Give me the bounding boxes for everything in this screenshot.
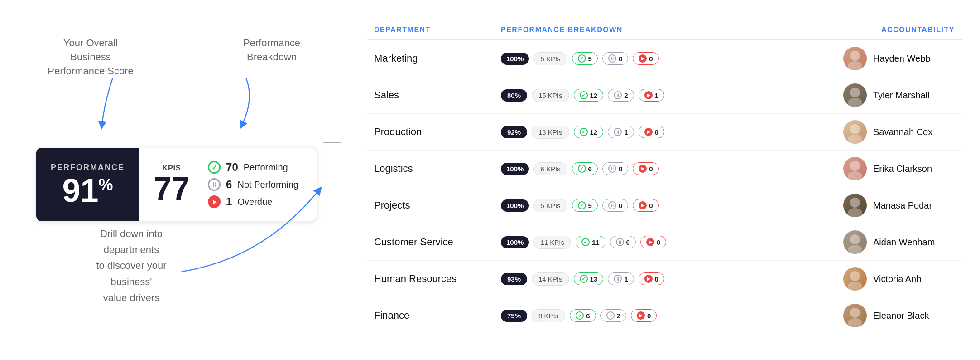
table-row[interactable]: Marketing100%5 KPIs✓ 5⏸ 0▶ 0 Hayden Webb <box>367 40 962 77</box>
performing-mini-stat: ✓ 13 <box>574 272 604 285</box>
pct-badge: 80% <box>501 89 527 102</box>
check-mini-icon: ✓ <box>580 275 588 283</box>
overdue-mini-stat: ▶ 0 <box>639 126 664 138</box>
overall-score-label: Your Overall Business Performance Score <box>45 36 136 78</box>
accountability-cell: Eleanor Black <box>728 304 955 327</box>
kpi-card: KPIS 77 70 Performing 6 Not Performing <box>139 148 317 221</box>
not-performing-stat: 6 Not Performing <box>208 178 298 191</box>
accountability-cell: Erika Clarkson <box>728 157 955 180</box>
check-mini-icon: ✓ <box>580 91 588 99</box>
pause-mini-icon: ⏸ <box>614 128 622 136</box>
performing-count: 70 <box>226 161 238 174</box>
pct-badge: 100% <box>501 53 529 65</box>
overdue-label: Overdue <box>237 197 272 207</box>
svg-point-7 <box>848 171 862 180</box>
dept-name: Projects <box>374 199 501 211</box>
person-name: Victoria Anh <box>873 274 955 284</box>
pause-mini-icon: ⏸ <box>608 201 616 209</box>
pause-icon <box>208 178 221 191</box>
check-icon <box>208 161 221 174</box>
pause-mini-icon: ⏸ <box>614 91 622 99</box>
overdue-count: 1 <box>226 195 232 208</box>
table-row[interactable]: Production92%13 KPIs✓ 12⏸ 1▶ 0 Savannah … <box>367 114 962 151</box>
perf-breakdown-cell: 80%15 KPIs✓ 12⏸ 2▶ 1 <box>501 89 728 102</box>
table-row[interactable]: Customer Service100%11 KPIs✓ 11⏸ 0▶ 0 Ai… <box>367 224 962 261</box>
kpi-count-badge: 13 KPIs <box>532 126 569 139</box>
play-mini-icon: ▶ <box>639 165 647 173</box>
not-performing-mini-stat: ⏸ 1 <box>608 272 634 285</box>
not-performing-count: 6 <box>226 178 232 191</box>
performing-mini-stat: ✓ 12 <box>574 89 604 102</box>
svg-point-12 <box>850 271 860 281</box>
pause-mini-icon: ⏸ <box>606 311 615 320</box>
department-col-header: DEPARTMENT <box>374 26 501 34</box>
svg-point-14 <box>850 308 860 318</box>
kpi-count-badge: 8 KPIs <box>532 309 565 322</box>
not-performing-mini-stat: ⏸ 0 <box>602 162 628 175</box>
accountability-cell: Aidan Wenham <box>728 230 955 254</box>
svg-point-0 <box>850 51 860 61</box>
not-performing-mini-stat: ⏸ 2 <box>608 89 634 102</box>
dept-name: Production <box>374 126 501 138</box>
table-row[interactable]: Sales80%15 KPIs✓ 12⏸ 2▶ 1 Tyler Marshall <box>367 77 962 114</box>
overdue-stat: 1 Overdue <box>208 195 298 208</box>
avatar <box>843 267 867 291</box>
pct-badge: 75% <box>501 310 527 322</box>
table-body: Marketing100%5 KPIs✓ 5⏸ 0▶ 0 Hayden Webb… <box>367 40 962 334</box>
table-row[interactable]: Logistics100%6 KPIs✓ 6⏸ 0▶ 0 Erika Clark… <box>367 151 962 187</box>
check-mini-icon: ✓ <box>576 311 584 320</box>
overdue-mini-stat: ▶ 1 <box>639 89 664 102</box>
table-header: DEPARTMENT PERFORMANCE BREAKDOWN ACCOUNT… <box>367 26 962 40</box>
not-performing-mini-stat: ⏸ 2 <box>600 309 626 322</box>
performance-score-card: PERFORMANCE 91% <box>36 148 139 221</box>
play-icon <box>208 195 221 208</box>
person-name: Eleanor Black <box>873 311 955 321</box>
check-mini-icon: ✓ <box>578 54 586 63</box>
person-name: Tyler Marshall <box>873 90 955 101</box>
svg-point-1 <box>848 61 862 70</box>
svg-point-4 <box>850 124 860 134</box>
svg-point-11 <box>848 245 862 254</box>
performing-mini-stat: ✓ 12 <box>574 126 604 138</box>
kpi-section: KPIS 77 <box>154 164 190 205</box>
table-row[interactable]: Finance75%8 KPIs✓ 6⏸ 2▶ 0 Eleanor Black <box>367 297 962 334</box>
kpi-count-badge: 5 KPIs <box>533 52 567 65</box>
kpi-count-badge: 14 KPIs <box>532 272 569 286</box>
not-performing-mini-stat: ⏸ 1 <box>608 126 634 138</box>
performing-mini-stat: ✓ 11 <box>576 236 605 248</box>
avatar <box>843 47 867 70</box>
kpi-stats: 70 Performing 6 Not Performing 1 Overdue <box>208 161 298 208</box>
overdue-mini-stat: ▶ 0 <box>633 52 658 65</box>
person-name: Manasa Podar <box>873 200 955 211</box>
person-name: Savannah Cox <box>873 127 955 137</box>
play-mini-icon: ▶ <box>644 275 653 283</box>
perf-breakdown-cell: 92%13 KPIs✓ 12⏸ 1▶ 0 <box>501 126 728 139</box>
departments-table: DEPARTMENT PERFORMANCE BREAKDOWN ACCOUNT… <box>367 26 962 334</box>
accountability-cell: Victoria Anh <box>728 267 955 291</box>
play-mini-icon: ▶ <box>637 311 645 320</box>
performance-label: PERFORMANCE <box>51 163 125 172</box>
table-row[interactable]: Human Resources93%14 KPIs✓ 13⏸ 1▶ 0 Vict… <box>367 261 962 297</box>
not-performing-mini-stat: ⏸ 0 <box>602 52 628 65</box>
dept-name: Customer Service <box>374 236 501 248</box>
pct-badge: 100% <box>501 236 529 248</box>
pause-mini-icon: ⏸ <box>614 275 622 283</box>
performing-mini-stat: ✓ 5 <box>572 199 598 212</box>
check-mini-icon: ✓ <box>581 238 590 246</box>
not-performing-mini-stat: ⏸ 0 <box>602 199 628 212</box>
check-mini-icon: ✓ <box>580 128 588 136</box>
play-mini-icon: ▶ <box>644 91 653 99</box>
perf-breakdown-cell: 100%5 KPIs✓ 5⏸ 0▶ 0 <box>501 199 728 212</box>
table-row[interactable]: Projects100%5 KPIs✓ 5⏸ 0▶ 0 Manasa Podar <box>367 187 962 224</box>
play-mini-icon: ▶ <box>646 238 654 246</box>
overdue-mini-stat: ▶ 0 <box>640 236 666 248</box>
svg-point-13 <box>848 282 862 291</box>
svg-point-5 <box>848 135 862 144</box>
avatar <box>843 230 867 254</box>
perf-breakdown-cell: 75%8 KPIs✓ 6⏸ 2▶ 0 <box>501 309 728 322</box>
accountability-cell: Tyler Marshall <box>728 83 955 107</box>
overdue-mini-stat: ▶ 0 <box>633 162 658 175</box>
perf-breakdown-cell: 100%5 KPIs✓ 5⏸ 0▶ 0 <box>501 52 728 65</box>
svg-point-9 <box>848 208 862 217</box>
perf-breakdown-annotation: Performance Breakdown <box>231 36 312 64</box>
